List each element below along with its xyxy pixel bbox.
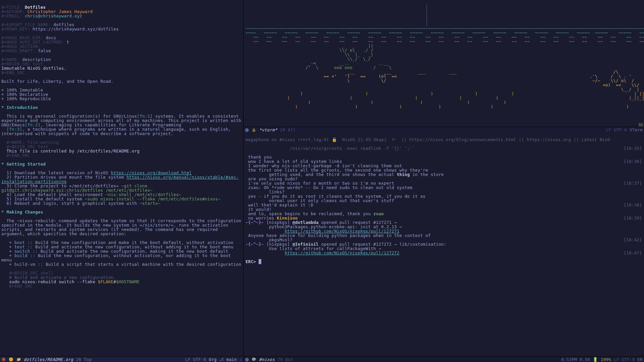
vterm-buffer[interactable]: | | | bbox=[244, 0, 644, 109]
encoding: LF UTF-8 bbox=[614, 357, 635, 362]
erc-line: well that'd explain it :D[18:38] bbox=[246, 203, 642, 207]
erc-line: https://github.com/NixOS/nixpkgs/pull/12… bbox=[246, 251, 642, 255]
readme-pane[interactable]: #+TITLE: Dotfiles #+AUTHOR: Christopher … bbox=[0, 0, 244, 362]
lock-icon: 🔒 bbox=[252, 128, 256, 132]
erc-line: -{~^~}- [nixpkgs] @dotlambda opened pull… bbox=[246, 220, 642, 229]
erc-line: zsau: Oh *rude words* -- Do I need sudo … bbox=[246, 185, 642, 194]
encoding: LF UTF-8 bbox=[185, 357, 206, 362]
erc-line: -{~^~}- [nixpkgs] @Infinisil opened pull… bbox=[246, 242, 642, 251]
vterm-pane[interactable]: | | | bbox=[244, 0, 644, 132]
git-branch: main bbox=[226, 357, 237, 362]
major-mode: Org bbox=[209, 357, 216, 362]
buffer-name: #nixos bbox=[259, 357, 275, 362]
buffer-name: *vterm* bbox=[259, 128, 277, 132]
modeline-readme[interactable]: 🔕 🟡 📁 dotfiles/README.org 28 Top LF UTF-… bbox=[0, 356, 243, 362]
buffer-name: dotfiles/README.org bbox=[24, 357, 73, 362]
org-email[interactable]: chris@chrishayward.xyz bbox=[25, 13, 82, 18]
heading-getting-started[interactable]: * Getting Started bbox=[1, 162, 46, 167]
erc-line: the first one lists all the gcroots, the… bbox=[246, 168, 642, 177]
readme-buffer[interactable]: #+TITLE: Dotfiles #+AUTHOR: Christopher … bbox=[0, 0, 243, 293]
position-indicator: 28 Top bbox=[76, 357, 92, 362]
position-indicator: 79 Bot bbox=[277, 357, 293, 362]
erc-buffer[interactable]: megaphone on #nixos (+nrt,lag:0) 🔒 NixOS… bbox=[244, 132, 644, 273]
folder-icon: 📁 bbox=[16, 357, 21, 362]
download-icon: ⇣ bbox=[239, 357, 242, 362]
erc-prompt[interactable]: ERC> bbox=[246, 259, 642, 264]
position-indicator: 29 All bbox=[280, 128, 296, 132]
dot-icon: ⬤ bbox=[245, 357, 249, 362]
git-branch-icon: ⎇ bbox=[219, 357, 224, 362]
chat-icon: 💬 bbox=[252, 357, 256, 362]
encoding: LF UTF-8 bbox=[606, 128, 627, 132]
erc-line: yes - if you do it as root it cleans out… bbox=[246, 194, 642, 203]
heading-making-changes[interactable]: * Making Changes bbox=[1, 209, 43, 215]
erc-line: Anyone have advice for building python p… bbox=[246, 233, 642, 242]
end-src: #+END_SRC bbox=[1, 70, 25, 75]
erc-pane[interactable]: megaphone on #nixos (+nrt,lag:0) 🔒 NixOS… bbox=[244, 132, 644, 362]
emacs-frame: #+TITLE: Dotfiles #+AUTHOR: Christopher … bbox=[0, 0, 644, 362]
erc-topic: megaphone on #nixos (+nrt,lag:0) 🔒 NixOS… bbox=[246, 137, 642, 142]
dot-icon: ⬤ bbox=[245, 128, 249, 132]
modeline-erc[interactable]: ⬤ 💬 #nixos 79 Bot 6:53PM 0.50 🔋 100% LF … bbox=[244, 356, 644, 362]
clock: 6:53PM 0.50 bbox=[561, 357, 590, 362]
major-mode: ER bbox=[637, 357, 643, 362]
erc-line: and lo, space begins to be reclaimed, th… bbox=[246, 212, 642, 216]
heading-intro[interactable]: * Introduction bbox=[1, 105, 38, 110]
modeline-vterm[interactable]: ⬤ 🔒 *vterm* 29 All LF UTF-8 VTerm bbox=[244, 127, 644, 132]
battery-icon: 🔋 100% bbox=[593, 357, 611, 362]
bell-off-icon: 🔕 bbox=[1, 357, 6, 362]
dot-icon: 🟡 bbox=[9, 357, 13, 362]
major-mode: VTerm bbox=[630, 128, 643, 132]
